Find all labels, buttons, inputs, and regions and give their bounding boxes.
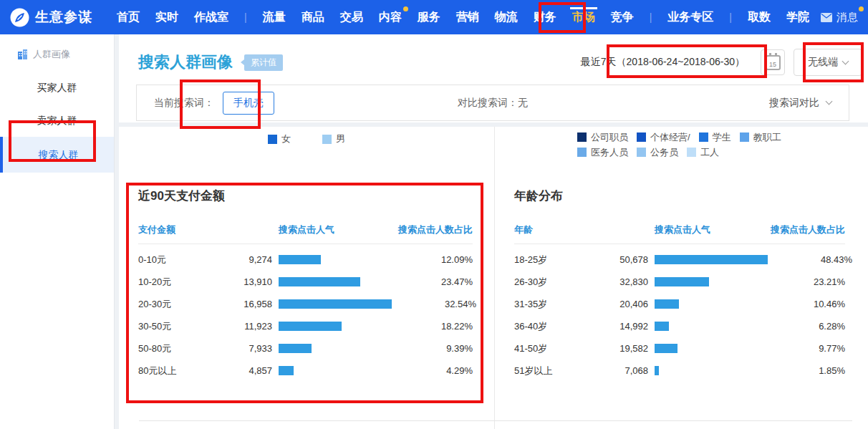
- table-row: 26-30岁32,83023.21%: [514, 271, 845, 293]
- sidebar-item-buyer-crowd[interactable]: 买家人群: [0, 71, 114, 104]
- nav-items: 首页实时作战室|流量商品交易内容服务营销物流财务市场竞争|业务专区|取数学院: [117, 0, 821, 34]
- row-bar-track: [279, 255, 388, 264]
- column-header[interactable]: 年龄: [514, 223, 594, 236]
- legend-swatch: [699, 132, 708, 142]
- nav-item-war-room[interactable]: 作战室: [194, 0, 228, 34]
- row-bar: [279, 277, 360, 286]
- row-percent: 1.85%: [761, 365, 845, 376]
- nav-message[interactable]: 消息: [821, 0, 858, 34]
- nav-item-logistics[interactable]: 物流: [495, 0, 518, 34]
- nav-item-traffic[interactable]: 流量: [263, 0, 286, 34]
- row-label: 10-20元: [138, 276, 218, 289]
- table-row: 30-50元11,92318.22%: [138, 315, 473, 337]
- row-bar-track: [655, 277, 761, 286]
- legend-item[interactable]: 工人: [687, 146, 719, 159]
- chevron-down-icon: [826, 98, 833, 105]
- row-bar-track: [655, 322, 761, 331]
- current-term-chip[interactable]: 手机壳: [223, 92, 274, 115]
- legend-label: 公务员: [650, 146, 678, 159]
- date-range-picker[interactable]: 最近7天（2018-06-24~2018-06-30）: [574, 50, 752, 74]
- row-value: 7,068: [594, 365, 655, 376]
- row-bar: [279, 344, 312, 353]
- payment-amount-card: 近90天支付金额 支付金额搜索点击人气搜索点击人数占比 0-10元9,27412…: [138, 188, 473, 382]
- row-label: 18-25岁: [514, 254, 594, 266]
- nav-item-content[interactable]: 内容: [379, 0, 402, 34]
- legend-label: 学生: [713, 131, 731, 144]
- nav-item-competition[interactable]: 竞争: [611, 0, 634, 34]
- row-percent: 9.39%: [388, 343, 473, 354]
- legend-item[interactable]: 医务人员: [577, 146, 628, 159]
- table-body: 0-10元9,27412.09%10-20元13,91023.47%20-30元…: [138, 249, 473, 382]
- charts-panel: 女男 公司职员个体经营/学生教职工医务人员公务员工人 近90天支付金额 支付金额…: [119, 127, 868, 429]
- nav-item-finance[interactable]: 财务: [534, 0, 556, 34]
- header-top-row: 搜索人群画像 累计值 最近7天（2018-06-24~2018-06-30） 1…: [119, 34, 868, 76]
- legend-swatch: [322, 135, 332, 144]
- gender-legend: 女男: [119, 132, 494, 145]
- column-header[interactable]: 搜索点击人气: [279, 223, 388, 236]
- calendar-button[interactable]: 15: [761, 49, 785, 75]
- row-percent: 10.46%: [761, 299, 845, 309]
- card-title: 年龄分布: [514, 188, 845, 204]
- nav-item-product[interactable]: 商品: [302, 0, 324, 34]
- building-icon: [17, 49, 28, 59]
- table-row: 41-50岁19,5829.77%: [514, 337, 845, 360]
- legend-label: 医务人员: [591, 146, 628, 159]
- terminal-select[interactable]: 无线端: [794, 49, 862, 76]
- row-label: 80元以上: [138, 365, 218, 377]
- legend-label: 公司职员: [591, 131, 628, 144]
- legend-item[interactable]: 教职工: [740, 131, 781, 144]
- nav-item-marketing[interactable]: 营销: [456, 0, 479, 34]
- nav-item-market[interactable]: 市场: [572, 0, 595, 34]
- table-row: 50-80元7,9339.39%: [138, 337, 473, 360]
- row-value: 14,992: [594, 321, 655, 332]
- nav-item-home[interactable]: 首页: [117, 0, 140, 34]
- app-root: 生意参谋 首页实时作战室|流量商品交易内容服务营销物流财务市场竞争|业务专区|取…: [0, 0, 868, 429]
- legend-label: 女: [281, 132, 291, 145]
- column-header[interactable]: 搜索点击人数占比: [761, 223, 845, 236]
- row-bar: [279, 299, 392, 309]
- sidebar-item-seller-crowd[interactable]: 卖家人群: [0, 104, 114, 137]
- page-title: 搜索人群画像: [138, 52, 233, 73]
- row-label: 31-35岁: [514, 298, 594, 311]
- row-value: 50,678: [594, 254, 655, 265]
- legend-swatch: [687, 148, 696, 157]
- legend-item[interactable]: 个体经营/: [637, 131, 690, 144]
- notification-dot: [403, 6, 408, 11]
- nav-item-business-zone[interactable]: 业务专区: [667, 0, 713, 34]
- sidebar: 人群画像 买家人群卖家人群搜索人群: [0, 34, 115, 429]
- column-divider: [494, 127, 495, 429]
- row-value: 16,958: [218, 299, 279, 309]
- table-body: 18-25岁50,67848.43%26-30岁32,83023.21%31-3…: [514, 249, 845, 382]
- row-bar: [655, 366, 659, 375]
- chevron-down-icon: [842, 57, 849, 64]
- legend-item[interactable]: 学生: [699, 131, 731, 144]
- search-term-bar: 当前搜索词： 手机壳 对比搜索词：无 搜索词对比: [136, 85, 849, 121]
- row-percent: 4.29%: [388, 365, 473, 376]
- legend-swatch: [637, 148, 646, 157]
- column-header[interactable]: 搜索点击人气: [655, 223, 761, 236]
- row-bar: [655, 344, 677, 353]
- row-percent: 23.47%: [388, 276, 473, 287]
- nav-item-academy[interactable]: 学院: [786, 0, 809, 34]
- sidebar-item-search-crowd[interactable]: 搜索人群: [0, 137, 114, 173]
- cumulative-value-badge: 累计值: [244, 54, 283, 71]
- nav-divider: |: [650, 0, 652, 34]
- message-label: 消息: [836, 11, 858, 24]
- table-row: 80元以上4,8574.29%: [138, 360, 473, 382]
- row-percent: 48.43%: [768, 254, 852, 265]
- legend-item[interactable]: 女: [268, 132, 291, 145]
- row-label: 50-80元: [138, 342, 218, 355]
- term-compare-button[interactable]: 搜索词对比: [769, 97, 831, 110]
- current-term-label: 当前搜索词：: [154, 97, 214, 110]
- column-header[interactable]: 支付金额: [138, 223, 218, 236]
- legend-item[interactable]: 男: [322, 132, 345, 145]
- nav-item-data-fetch[interactable]: 取数: [748, 0, 771, 34]
- column-header[interactable]: 搜索点击人数占比: [388, 223, 473, 236]
- brand[interactable]: 生意参谋: [10, 0, 92, 34]
- nav-item-trade[interactable]: 交易: [340, 0, 363, 34]
- nav-item-service[interactable]: 服务: [418, 0, 440, 34]
- legend-item[interactable]: 公司职员: [577, 131, 628, 144]
- nav-item-realtime[interactable]: 实时: [155, 0, 178, 34]
- legend-item[interactable]: 公务员: [637, 146, 678, 159]
- row-percent: 9.77%: [761, 343, 845, 354]
